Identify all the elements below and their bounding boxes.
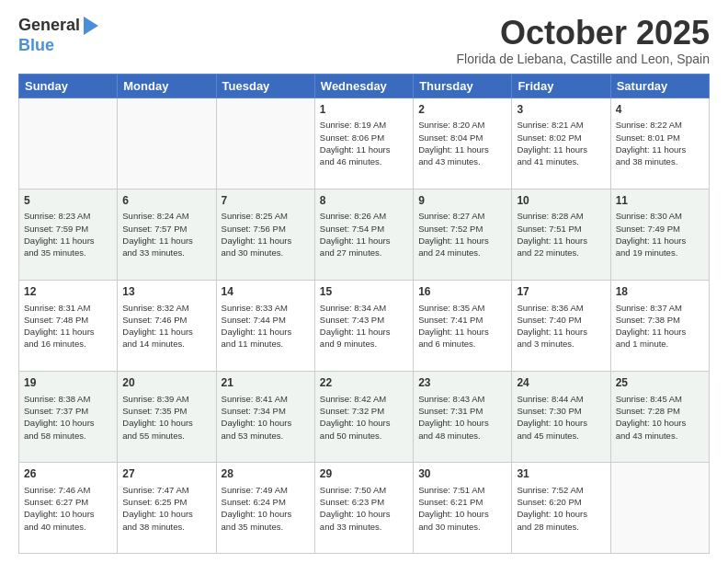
calendar-week-row: 26Sunrise: 7:46 AMSunset: 6:27 PMDayligh… — [19, 462, 710, 553]
day-info: Daylight: 11 hours — [616, 144, 704, 155]
day-info: Sunrise: 8:35 AM — [418, 302, 506, 314]
calendar: Sunday Monday Tuesday Wednesday Thursday… — [18, 74, 710, 554]
calendar-week-row: 12Sunrise: 8:31 AMSunset: 7:48 PMDayligh… — [19, 280, 710, 371]
day-info: Daylight: 11 hours — [122, 326, 210, 338]
day-info: Sunrise: 8:32 AM — [122, 302, 210, 314]
table-row: 28Sunrise: 7:49 AMSunset: 6:24 PMDayligh… — [216, 462, 314, 553]
day-number: 23 — [418, 375, 506, 391]
day-info: Daylight: 11 hours — [24, 235, 112, 247]
day-info: Sunrise: 8:30 AM — [616, 210, 704, 222]
day-number: 3 — [517, 102, 605, 118]
day-info: Sunrise: 8:36 AM — [517, 302, 605, 314]
table-row: 19Sunrise: 8:38 AMSunset: 7:37 PMDayligh… — [19, 371, 118, 462]
day-info: and 33 minutes. — [320, 521, 408, 533]
day-info: and 48 minutes. — [418, 430, 506, 442]
day-info: Sunset: 8:02 PM — [517, 132, 605, 144]
day-info: Sunrise: 8:19 AM — [320, 119, 408, 131]
day-info: Sunset: 7:57 PM — [122, 223, 210, 235]
day-info: and 58 minutes. — [24, 430, 112, 442]
day-info: Sunset: 7:32 PM — [320, 405, 408, 417]
day-info: Sunrise: 8:27 AM — [418, 210, 506, 222]
day-number: 18 — [616, 284, 704, 300]
table-row: 27Sunrise: 7:47 AMSunset: 6:25 PMDayligh… — [118, 462, 216, 553]
day-number: 25 — [616, 375, 704, 391]
table-row: 12Sunrise: 8:31 AMSunset: 7:48 PMDayligh… — [19, 280, 118, 371]
table-row: 1Sunrise: 8:19 AMSunset: 8:06 PMDaylight… — [314, 98, 413, 189]
day-info: Sunset: 8:01 PM — [616, 132, 704, 144]
day-number: 13 — [122, 284, 210, 300]
day-number: 31 — [517, 466, 605, 482]
day-info: Sunset: 6:20 PM — [517, 496, 605, 508]
day-info: Sunset: 8:06 PM — [320, 132, 408, 144]
table-row: 3Sunrise: 8:21 AMSunset: 8:02 PMDaylight… — [512, 98, 610, 189]
day-info: Sunset: 6:27 PM — [24, 496, 112, 508]
day-info: Sunset: 7:59 PM — [24, 223, 112, 235]
day-info: Daylight: 11 hours — [418, 326, 506, 338]
day-info: Sunset: 7:37 PM — [24, 405, 112, 417]
table-row: 7Sunrise: 8:25 AMSunset: 7:56 PMDaylight… — [216, 189, 314, 280]
day-info: Daylight: 10 hours — [222, 417, 310, 429]
day-info: Sunrise: 8:41 AM — [222, 393, 310, 405]
table-row: 26Sunrise: 7:46 AMSunset: 6:27 PMDayligh… — [19, 462, 118, 553]
day-info: Sunrise: 8:43 AM — [418, 393, 506, 405]
calendar-week-row: 19Sunrise: 8:38 AMSunset: 7:37 PMDayligh… — [19, 371, 710, 462]
day-number: 4 — [616, 102, 704, 118]
day-info: and 1 minute. — [616, 338, 704, 350]
day-info: Sunset: 7:43 PM — [320, 314, 408, 326]
day-info: Sunrise: 7:49 AM — [222, 484, 310, 496]
day-number: 15 — [320, 284, 408, 300]
day-info: Sunset: 7:52 PM — [418, 223, 506, 235]
day-info: and 53 minutes. — [222, 430, 310, 442]
table-row: 29Sunrise: 7:50 AMSunset: 6:23 PMDayligh… — [314, 462, 413, 553]
logo-general: General — [18, 17, 80, 35]
calendar-week-row: 1Sunrise: 8:19 AMSunset: 8:06 PMDaylight… — [19, 98, 710, 189]
day-info: and 16 minutes. — [24, 338, 112, 350]
day-info: Sunrise: 8:45 AM — [616, 393, 704, 405]
day-info: Sunset: 7:38 PM — [616, 314, 704, 326]
table-row: 21Sunrise: 8:41 AMSunset: 7:34 PMDayligh… — [216, 371, 314, 462]
day-info: Sunrise: 8:22 AM — [616, 119, 704, 131]
day-info: Sunrise: 8:39 AM — [122, 393, 210, 405]
day-number: 7 — [222, 193, 310, 209]
day-info: Sunset: 7:28 PM — [616, 405, 704, 417]
logo-icon — [82, 15, 100, 37]
svg-marker-0 — [84, 17, 98, 35]
day-info: Sunrise: 8:24 AM — [122, 210, 210, 222]
table-row: 18Sunrise: 8:37 AMSunset: 7:38 PMDayligh… — [610, 280, 709, 371]
day-info: and 30 minutes. — [418, 521, 506, 533]
day-info: Sunset: 8:04 PM — [418, 132, 506, 144]
day-info: Sunset: 7:51 PM — [517, 223, 605, 235]
day-info: Daylight: 10 hours — [24, 508, 112, 520]
day-info: Sunset: 7:56 PM — [222, 223, 310, 235]
day-number: 2 — [418, 102, 506, 118]
calendar-header-row: Sunday Monday Tuesday Wednesday Thursday… — [19, 74, 710, 98]
day-info: Daylight: 11 hours — [222, 235, 310, 247]
col-friday: Friday — [512, 74, 610, 98]
day-number: 12 — [24, 284, 112, 300]
day-info: Daylight: 10 hours — [616, 417, 704, 429]
table-row: 17Sunrise: 8:36 AMSunset: 7:40 PMDayligh… — [512, 280, 610, 371]
day-info: Daylight: 11 hours — [517, 144, 605, 155]
table-row — [610, 462, 709, 553]
day-number: 19 — [24, 375, 112, 391]
day-info: Daylight: 11 hours — [122, 235, 210, 247]
day-info: and 43 minutes. — [616, 430, 704, 442]
day-info: Daylight: 10 hours — [222, 508, 310, 520]
day-info: Sunrise: 8:38 AM — [24, 393, 112, 405]
day-info: Sunset: 6:25 PM — [122, 496, 210, 508]
day-info: Sunset: 7:46 PM — [122, 314, 210, 326]
table-row: 16Sunrise: 8:35 AMSunset: 7:41 PMDayligh… — [414, 280, 512, 371]
header: General Blue October 2025 Florida de Lie… — [18, 15, 710, 66]
day-info: Sunset: 7:31 PM — [418, 405, 506, 417]
day-info: Sunrise: 7:47 AM — [122, 484, 210, 496]
month-title: October 2025 — [456, 15, 710, 52]
table-row: 10Sunrise: 8:28 AMSunset: 7:51 PMDayligh… — [512, 189, 610, 280]
day-info: and 30 minutes. — [222, 247, 310, 259]
col-sunday: Sunday — [19, 74, 118, 98]
day-info: Daylight: 11 hours — [517, 326, 605, 338]
day-info: Sunset: 7:34 PM — [222, 405, 310, 417]
day-info: and 19 minutes. — [616, 247, 704, 259]
day-number: 1 — [320, 102, 408, 118]
table-row: 24Sunrise: 8:44 AMSunset: 7:30 PMDayligh… — [512, 371, 610, 462]
day-info: Sunrise: 8:34 AM — [320, 302, 408, 314]
